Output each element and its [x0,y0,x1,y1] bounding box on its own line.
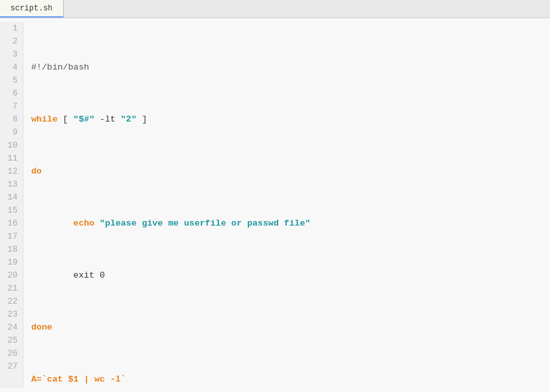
tab-bar: script.sh [0,0,550,18]
code-line-6: done [31,321,542,334]
code-line-2: while [ "$#" -lt "2" ] [31,113,542,126]
tab-label: script.sh [10,4,53,13]
code-line-5: exit 0 [31,269,542,282]
code-line-1: #!/bin/bash [31,61,542,74]
code-line-7: A=`cat $1 | wc -l` [31,373,542,386]
line-numbers: 1 2 3 4 5 6 7 8 9 10 11 12 13 14 15 16 1… [0,22,23,388]
code-line-3: do [31,165,542,178]
code-line-4: echo "please give me userfile or passwd … [31,217,542,230]
code-area[interactable]: 1 2 3 4 5 6 7 8 9 10 11 12 13 14 15 16 1… [0,18,550,392]
editor-container: script.sh 1 2 3 4 5 6 7 8 9 10 11 12 13 … [0,0,550,392]
active-tab[interactable]: script.sh [0,0,64,18]
code-content[interactable]: #!/bin/bash while [ "$#" -lt "2" ] do ec… [23,22,550,388]
